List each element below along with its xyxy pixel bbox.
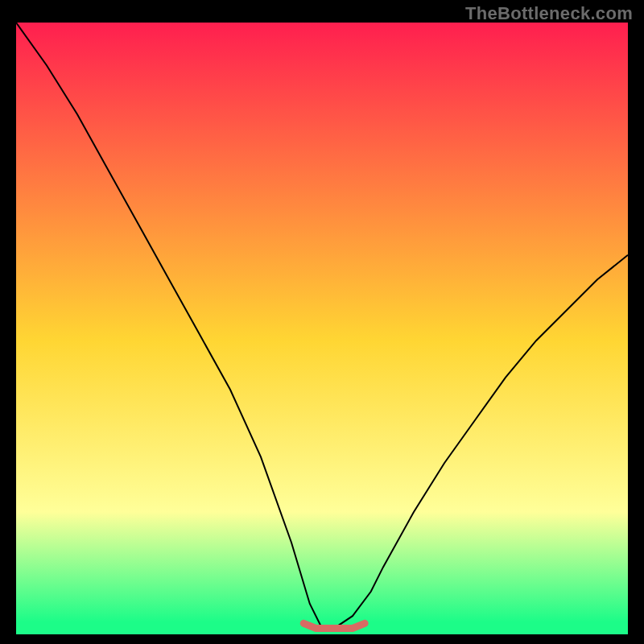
gradient-background: [16, 23, 628, 634]
watermark-text: TheBottleneck.com: [465, 3, 633, 24]
bottleneck-chart: [16, 23, 628, 634]
chart-frame: TheBottleneck.com: [0, 0, 644, 644]
